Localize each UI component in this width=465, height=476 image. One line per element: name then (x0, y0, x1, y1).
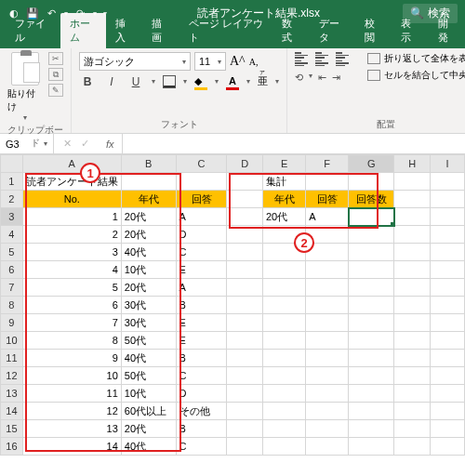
cell-I10[interactable] (430, 332, 464, 350)
underline-button[interactable]: U (127, 75, 144, 88)
indent-inc-icon[interactable]: ⇥ (332, 72, 340, 84)
cell-C12[interactable]: C (176, 367, 227, 385)
tab-formulas[interactable]: 数式 (272, 13, 309, 48)
cell-I2[interactable] (430, 191, 464, 208)
cell-B3[interactable]: 20代 (121, 208, 176, 226)
redo-caret[interactable]: ▾ (92, 9, 97, 18)
cell-D13[interactable] (227, 385, 263, 403)
col-header-B[interactable]: B (121, 155, 176, 173)
cell-G2[interactable]: 回答数 (349, 191, 394, 208)
grow-font-icon[interactable]: A^ (230, 54, 246, 69)
cell-C3[interactable]: A (176, 208, 227, 226)
row-header-2[interactable]: 2 (1, 191, 23, 208)
cell-H5[interactable] (394, 244, 431, 261)
cell-G15[interactable] (349, 420, 394, 438)
cell-B1[interactable] (121, 173, 176, 191)
cell-H7[interactable] (394, 279, 431, 297)
cell-D4[interactable] (227, 226, 263, 244)
cell-E15[interactable] (262, 420, 305, 438)
cell-G3[interactable] (349, 208, 394, 226)
cell-D6[interactable] (227, 261, 263, 279)
cell-G4[interactable] (349, 226, 394, 244)
bold-button[interactable]: B (79, 75, 96, 88)
col-header-G[interactable]: G (349, 155, 394, 173)
cell-I3[interactable] (430, 208, 464, 226)
tab-insert[interactable]: 挿入 (106, 13, 142, 48)
save-icon[interactable]: 💾 (26, 7, 39, 20)
copy-icon[interactable]: ⧉ (48, 68, 63, 81)
cell-B16[interactable]: 40代 (121, 438, 176, 456)
cell-G9[interactable] (349, 314, 394, 332)
cell-E6[interactable] (262, 261, 305, 279)
cell-G16[interactable] (349, 438, 394, 456)
cell-G11[interactable] (349, 350, 394, 367)
cell-F13[interactable] (306, 385, 349, 403)
row-header-16[interactable]: 16 (1, 438, 23, 456)
cell-I5[interactable] (430, 244, 464, 261)
cell-A11[interactable]: 9 (22, 350, 121, 367)
cell-D2[interactable] (227, 191, 263, 208)
col-header-H[interactable]: H (394, 155, 431, 173)
worksheet[interactable]: ABCDEFGHI1読者アンケート結果集計2No.年代回答年代回答回答数3120… (0, 154, 465, 456)
col-header-A[interactable]: A (22, 155, 121, 173)
cell-I7[interactable] (430, 279, 464, 297)
cell-C15[interactable]: B (176, 420, 227, 438)
paste-button[interactable]: 貼り付け ▾ (7, 52, 43, 122)
row-header-11[interactable]: 11 (1, 350, 23, 367)
row-header-6[interactable]: 6 (1, 261, 23, 279)
cell-G13[interactable] (349, 385, 394, 403)
row-header-8[interactable]: 8 (1, 297, 23, 314)
cell-I15[interactable] (430, 420, 464, 438)
cell-H16[interactable] (394, 438, 431, 456)
cell-B5[interactable]: 40代 (121, 244, 176, 261)
cell-H11[interactable] (394, 350, 431, 367)
cell-C13[interactable]: D (176, 385, 227, 403)
cell-D16[interactable] (227, 438, 263, 456)
cell-H15[interactable] (394, 420, 431, 438)
cell-D8[interactable] (227, 297, 263, 314)
cell-G10[interactable] (349, 332, 394, 350)
cell-I14[interactable] (430, 403, 464, 420)
cell-C5[interactable]: C (176, 244, 227, 261)
cell-B15[interactable]: 20代 (121, 420, 176, 438)
cell-F16[interactable] (306, 438, 349, 456)
align-top-icon[interactable] (295, 52, 308, 59)
cell-C1[interactable] (176, 173, 227, 191)
cell-E12[interactable] (262, 367, 305, 385)
cell-I6[interactable] (430, 261, 464, 279)
cell-I1[interactable] (430, 173, 464, 191)
cell-H10[interactable] (394, 332, 431, 350)
cell-A9[interactable]: 7 (22, 314, 121, 332)
cell-C10[interactable]: E (176, 332, 227, 350)
cell-G8[interactable] (349, 297, 394, 314)
cell-D3[interactable] (227, 208, 263, 226)
font-color-button[interactable]: A (226, 75, 239, 88)
cell-D12[interactable] (227, 367, 263, 385)
cell-B9[interactable]: 30代 (121, 314, 176, 332)
cell-A12[interactable]: 10 (22, 367, 121, 385)
cell-C14[interactable]: その他 (176, 403, 227, 420)
col-header-F[interactable]: F (306, 155, 349, 173)
cell-C16[interactable]: C (176, 438, 227, 456)
cell-F7[interactable] (306, 279, 349, 297)
cell-H1[interactable] (394, 173, 431, 191)
cell-D1[interactable] (227, 173, 263, 191)
cell-H9[interactable] (394, 314, 431, 332)
tab-draw[interactable]: 描画 (142, 13, 179, 48)
fill-color-button[interactable]: ◆ (194, 75, 207, 88)
cell-D7[interactable] (227, 279, 263, 297)
cell-A5[interactable]: 3 (22, 244, 121, 261)
cell-H4[interactable] (394, 226, 431, 244)
cell-H12[interactable] (394, 367, 431, 385)
cell-H2[interactable] (394, 191, 431, 208)
select-all-corner[interactable] (1, 155, 23, 173)
undo-icon[interactable]: ↶ (45, 7, 58, 20)
phonetic-button[interactable]: 亜 (258, 74, 268, 88)
cell-B14[interactable]: 60代以上 (121, 403, 176, 420)
cell-E7[interactable] (262, 279, 305, 297)
shrink-font-icon[interactable]: A, (249, 57, 259, 67)
align-bottom-icon[interactable] (336, 52, 349, 59)
cell-G12[interactable] (349, 367, 394, 385)
cell-B11[interactable]: 40代 (121, 350, 176, 367)
cell-D11[interactable] (227, 350, 263, 367)
